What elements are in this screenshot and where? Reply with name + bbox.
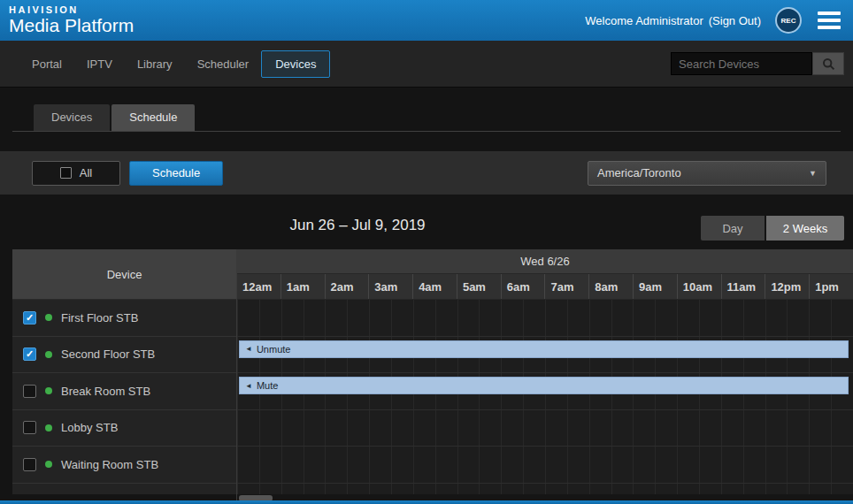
device-checkbox[interactable] <box>23 311 36 325</box>
time-label: 4am <box>412 274 457 299</box>
timezone-select[interactable]: America/Toronto ▼ <box>588 161 826 186</box>
timeline-row[interactable]: ◄ Mute <box>237 373 853 410</box>
speaker-icon: ◄ <box>245 345 252 353</box>
time-label: 3am <box>368 274 412 299</box>
app-window: HAIVISION Media Platform Welcome Adminis… <box>0 0 853 504</box>
view-range-toggle: Day 2 Weeks <box>701 216 844 241</box>
time-label: 11am <box>721 274 765 299</box>
online-status-icon <box>45 314 52 321</box>
timeline-row[interactable] <box>237 300 853 337</box>
online-status-icon <box>45 461 52 468</box>
device-column-header: Device <box>12 249 236 300</box>
menu-bar <box>818 26 841 29</box>
search-button[interactable] <box>812 52 844 75</box>
tab-devices[interactable]: Devices <box>34 104 110 131</box>
device-column-filler <box>12 484 236 494</box>
online-status-icon <box>45 424 52 431</box>
header-actions: Welcome Administrator(Sign Out) REC <box>585 7 842 34</box>
device-row[interactable]: First Floor STB <box>12 300 236 337</box>
timeline-filler <box>237 484 853 494</box>
schedule-event-bar[interactable]: ◄ Mute <box>239 377 849 394</box>
device-row[interactable]: Second Floor STB <box>12 337 236 374</box>
schedule-button[interactable]: Schedule <box>129 161 223 186</box>
sign-out-link[interactable]: (Sign Out) <box>709 14 761 27</box>
search-icon <box>822 57 835 71</box>
time-header-row: 12am 1am 2am 3am 4am 5am 6am 7am 8am 9am… <box>237 274 853 300</box>
time-label: 1pm <box>809 274 853 299</box>
device-column: Device First Floor STB Second Floor STB … <box>12 249 237 502</box>
welcome-label: Welcome Administrator <box>585 14 703 27</box>
time-label: 12am <box>237 274 280 299</box>
schedule-toolbar: All Schedule America/Toronto ▼ <box>0 151 853 195</box>
time-label: 12pm <box>765 274 809 299</box>
timeline-row[interactable]: ◄ Unmute <box>237 337 853 374</box>
brand-haivision: HAIVISION <box>9 5 134 15</box>
nav-item-iptv[interactable]: IPTV <box>74 50 125 78</box>
event-label: Unmute <box>257 344 291 355</box>
device-row[interactable]: Lobby STB <box>12 410 236 447</box>
speaker-icon: ◄ <box>245 382 252 390</box>
search-input[interactable] <box>671 52 812 75</box>
time-label: 5am <box>457 274 501 299</box>
welcome-text: Welcome Administrator(Sign Out) <box>585 14 761 27</box>
timeline-column: Wed 6/26 12am 1am 2am 3am 4am 5am 6am 7a… <box>237 249 853 502</box>
timezone-selected-value: America/Toronto <box>597 166 681 179</box>
app-header: HAIVISION Media Platform Welcome Adminis… <box>0 0 853 41</box>
nav-item-devices[interactable]: Devices <box>261 50 330 78</box>
device-checkbox[interactable] <box>23 385 36 398</box>
time-label: 9am <box>633 274 677 299</box>
main-nav: Portal IPTV Library Scheduler Devices <box>0 41 853 88</box>
online-status-icon <box>45 351 52 358</box>
timeline-row[interactable] <box>237 410 853 447</box>
device-name: Lobby STB <box>61 421 118 434</box>
time-label: 7am <box>544 274 588 299</box>
time-label: 1am <box>280 274 325 299</box>
day-view-button[interactable]: Day <box>701 216 765 241</box>
nav-item-scheduler[interactable]: Scheduler <box>185 50 262 78</box>
device-row[interactable]: Break Room STB <box>12 373 236 410</box>
device-name: Second Floor STB <box>61 347 155 361</box>
rec-button[interactable]: REC <box>775 7 802 34</box>
nav-item-portal[interactable]: Portal <box>19 50 74 78</box>
menu-icon[interactable] <box>816 9 842 32</box>
device-search <box>671 52 844 75</box>
date-bar: Jun 26 – Jul 9, 2019 Day 2 Weeks <box>0 209 853 249</box>
two-weeks-view-button[interactable]: 2 Weeks <box>766 216 844 241</box>
bottom-edge-bar <box>0 500 853 504</box>
device-name: Break Room STB <box>61 385 150 398</box>
brand-logo: HAIVISION Media Platform <box>9 4 134 36</box>
device-row[interactable]: Waiting Room STB <box>12 447 236 484</box>
chevron-down-icon: ▼ <box>809 169 817 178</box>
device-checkbox[interactable] <box>23 347 36 361</box>
tab-schedule[interactable]: Schedule <box>111 104 195 131</box>
device-checkbox[interactable] <box>23 458 36 471</box>
device-checkbox[interactable] <box>23 421 36 434</box>
nav-items: Portal IPTV Library Scheduler Devices <box>19 50 330 78</box>
schedule-event-bar[interactable]: ◄ Unmute <box>239 340 849 358</box>
select-all-label: All <box>80 166 92 179</box>
day-header: Wed 6/26 <box>237 249 853 274</box>
timeline-row[interactable] <box>237 447 853 484</box>
time-label: 10am <box>677 274 721 299</box>
menu-bar <box>818 19 841 22</box>
timeline-header: Wed 6/26 12am 1am 2am 3am 4am 5am 6am 7a… <box>237 249 853 300</box>
rec-label: REC <box>781 17 796 25</box>
view-tabs: Devices Schedule <box>12 104 841 132</box>
brand-media-platform: Media Platform <box>9 15 134 36</box>
time-label: 8am <box>588 274 633 299</box>
select-all-button[interactable]: All <box>32 161 120 186</box>
time-label: 2am <box>325 274 369 299</box>
device-name: First Floor STB <box>61 311 138 325</box>
select-all-checkbox[interactable] <box>60 167 72 179</box>
time-label: 6am <box>501 274 545 299</box>
date-range-label: Jun 26 – Jul 9, 2019 <box>12 217 703 234</box>
event-label: Mute <box>257 380 278 391</box>
nav-item-library[interactable]: Library <box>125 50 185 78</box>
device-name: Waiting Room STB <box>61 458 158 471</box>
schedule-grid: Device First Floor STB Second Floor STB … <box>12 249 853 502</box>
menu-bar <box>818 11 841 15</box>
online-status-icon <box>45 387 52 394</box>
